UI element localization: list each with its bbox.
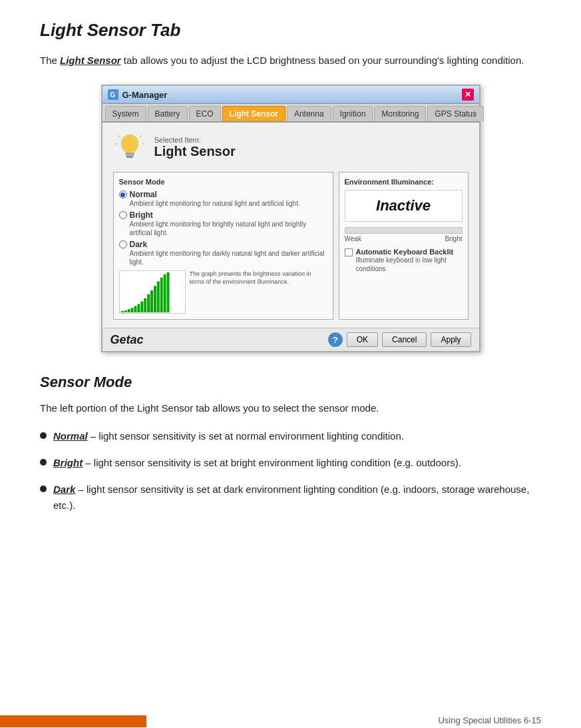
page-title: Light Sensor Tab (40, 20, 541, 41)
bar-label-bright: Bright (445, 235, 462, 242)
radio-dark-text: Dark (130, 240, 148, 249)
bulb-icon (113, 131, 146, 164)
list-item-bright: Bright – light sensor sensitivity is set… (40, 455, 541, 471)
gmanager-window: G G-Manager ✕ System Battery ECO Light S… (101, 85, 481, 352)
list-item-dark-text: Dark – light sensor sensitivity is set a… (53, 482, 541, 514)
window-titlebar: G G-Manager ✕ (102, 86, 479, 104)
selected-item-text: Selected Item: Light Sensor (154, 136, 236, 159)
list-term-dark: Dark (53, 484, 75, 495)
list-item-bright-text: Bright – light sensor sensitivity is set… (53, 455, 461, 471)
selected-item-area: Selected Item: Light Sensor (113, 131, 469, 164)
radio-normal[interactable]: Normal Ambient light monitoring for natu… (119, 190, 327, 208)
radio-dark[interactable]: Dark Ambient light monitoring for darkly… (119, 240, 327, 266)
sensor-mode-panel: Sensor Mode Normal Ambient light monitor… (113, 172, 333, 320)
intro-prefix: The (40, 55, 60, 66)
tab-gps-status[interactable]: GPS Status (427, 106, 484, 121)
svg-rect-10 (124, 310, 126, 312)
page-footer: Using Special Utilities 6-15 (0, 715, 581, 728)
bullet-dot-dark (40, 486, 47, 492)
window-body: Selected Item: Light Sensor Sensor Mode … (102, 123, 479, 328)
sensor-mode-legend: Sensor Mode (119, 178, 327, 186)
chart-area: The graph presents the brightness variat… (119, 270, 327, 314)
footer-orange-bar (0, 715, 146, 727)
keyboard-backlit-desc: Illuminate keyboard in low light conditi… (356, 256, 463, 273)
svg-rect-13 (134, 306, 136, 312)
footer-logo: Getac (110, 333, 144, 347)
titlebar-left: G G-Manager (108, 89, 168, 100)
sensor-mode-list: Normal – light sensor sensitivity is set… (40, 428, 541, 514)
tab-antenna[interactable]: Antenna (287, 106, 331, 121)
radio-bright[interactable]: Bright Ambient light monitoring for brig… (119, 210, 327, 237)
bar-label-weak: Weak (345, 235, 361, 242)
svg-rect-15 (140, 302, 143, 312)
radio-dark-desc: Ambient light monitoring for darkly natu… (130, 249, 327, 266)
keyboard-backlit-option[interactable]: Automatic Keyboard Backlit Illuminate ke… (345, 248, 463, 273)
radio-dark-label: Dark (119, 240, 327, 249)
intro-paragraph: The Light Sensor tab allows you to adjus… (40, 53, 541, 69)
illuminance-bar-area: Weak Bright (345, 227, 463, 242)
window-close-button[interactable]: ✕ (462, 89, 474, 101)
keyboard-backlit-label: Automatic Keyboard Backlit (356, 248, 463, 256)
footer-buttons: ? OK Cancel Apply (328, 332, 471, 347)
list-term-normal: Normal (53, 430, 88, 442)
ok-button[interactable]: OK (347, 332, 378, 347)
tab-battery[interactable]: Battery (148, 106, 188, 121)
illuminance-bar-track (345, 227, 463, 234)
keyboard-backlit-text-area: Automatic Keyboard Backlit Illuminate ke… (356, 248, 463, 273)
window-title: G-Manager (122, 90, 168, 100)
sensor-mode-section-title: Sensor Mode (40, 374, 541, 391)
svg-rect-17 (147, 294, 150, 312)
tab-monitoring[interactable]: Monitoring (374, 106, 426, 121)
list-item-dark: Dark – light sensor sensitivity is set a… (40, 482, 541, 514)
intro-suffix: tab allows you to adjust the LCD brightn… (121, 55, 524, 66)
svg-point-0 (121, 135, 138, 153)
footer-page-number: Using Special Utilities 6-15 (146, 715, 581, 728)
window-app-icon: G (108, 89, 118, 100)
radio-normal-text: Normal (130, 190, 157, 199)
radio-bright-label: Bright (119, 210, 327, 220)
list-item-normal-text: Normal – light sensor sensitivity is set… (53, 428, 404, 444)
inactive-display: Inactive (345, 190, 463, 222)
selected-item-label: Selected Item: (154, 136, 236, 144)
svg-rect-21 (160, 278, 162, 312)
main-panels: Sensor Mode Normal Ambient light monitor… (113, 172, 469, 320)
svg-rect-2 (126, 155, 134, 157)
radio-bright-text: Bright (130, 210, 153, 220)
radio-normal-label: Normal (119, 190, 327, 199)
list-item-normal: Normal – light sensor sensitivity is set… (40, 428, 541, 444)
svg-line-4 (118, 135, 120, 137)
bar-labels: Weak Bright (345, 235, 463, 242)
svg-rect-20 (156, 282, 159, 313)
inactive-status: Inactive (376, 197, 431, 214)
svg-line-7 (140, 135, 142, 137)
radio-normal-desc: Ambient light monitoring for natural lig… (130, 199, 327, 208)
svg-rect-23 (166, 272, 169, 312)
svg-rect-11 (127, 309, 130, 312)
chart-note: The graph presents the brightness variat… (190, 270, 327, 314)
bullet-dot-normal (40, 432, 47, 439)
selected-item-name: Light Sensor (154, 144, 236, 159)
cancel-button[interactable]: Cancel (382, 332, 427, 347)
tab-ignition[interactable]: Ignition (333, 106, 373, 121)
env-panel-title: Environment Illuminance: (345, 178, 463, 186)
radio-normal-circle (119, 190, 127, 198)
svg-rect-22 (163, 274, 166, 312)
svg-rect-14 (137, 304, 140, 312)
svg-rect-1 (125, 153, 134, 155)
apply-button[interactable]: Apply (431, 332, 471, 347)
svg-rect-12 (130, 308, 133, 312)
svg-rect-9 (120, 311, 123, 312)
svg-rect-3 (126, 157, 133, 158)
tab-eco[interactable]: ECO (189, 106, 221, 121)
intro-bold-term: Light Sensor (60, 55, 121, 66)
radio-bright-desc: Ambient light monitoring for brightly na… (130, 220, 327, 237)
tab-system[interactable]: System (105, 106, 146, 121)
svg-rect-18 (150, 290, 153, 312)
sensor-mode-intro: The left portion of the Light Sensor tab… (40, 400, 541, 416)
list-term-bright: Bright (53, 457, 83, 468)
help-button[interactable]: ? (328, 332, 343, 347)
tab-light-sensor[interactable]: Light Sensor (222, 106, 286, 121)
svg-rect-19 (153, 286, 156, 312)
radio-dark-circle (119, 240, 127, 248)
keyboard-backlit-checkbox[interactable] (345, 248, 353, 256)
